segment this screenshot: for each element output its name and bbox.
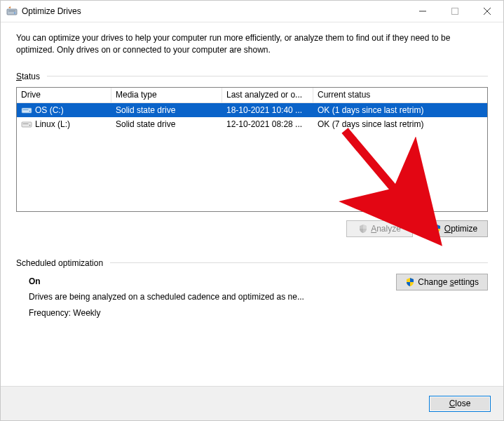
shield-icon <box>358 224 368 234</box>
column-header-last[interactable]: Last analyzed or o... <box>222 88 313 103</box>
column-header-media[interactable]: Media type <box>111 88 222 103</box>
list-header[interactable]: Drive Media type Last analyzed or o... C… <box>17 88 487 103</box>
column-header-status[interactable]: Current status <box>313 88 487 103</box>
current-status: OK (1 days since last retrim) <box>313 104 487 116</box>
svg-point-9 <box>29 124 31 126</box>
last-analyzed: 18-10-2021 10:40 ... <box>222 104 313 116</box>
close-button[interactable]: Close <box>429 396 491 412</box>
scheduled-section-label: Scheduled optimization <box>16 258 488 268</box>
optimize-drives-window: Optimize Drives You can optimize your dr… <box>0 0 504 421</box>
svg-rect-1 <box>8 11 15 11</box>
change-settings-button[interactable]: Change settings <box>396 274 488 290</box>
svg-rect-3 <box>452 8 458 15</box>
svg-rect-5 <box>23 109 29 110</box>
svg-rect-4 <box>22 108 32 113</box>
svg-rect-8 <box>23 123 29 124</box>
drives-list[interactable]: Drive Media type Last analyzed or o... C… <box>16 87 488 212</box>
close-window-button[interactable] <box>471 1 503 22</box>
media-type: Solid state drive <box>111 118 222 131</box>
analyze-button: Analyze <box>346 220 413 237</box>
shield-icon <box>432 224 442 234</box>
schedule-info: On Drives are being analyzed on a schedu… <box>16 274 396 321</box>
bottom-bar: Close <box>1 386 503 420</box>
schedule-status: On <box>29 274 396 290</box>
action-buttons: Analyze Optimize <box>16 220 488 237</box>
last-analyzed: 12-10-2021 08:28 ... <box>222 118 313 131</box>
minimize-button[interactable] <box>407 1 439 22</box>
schedule-frequency: Frequency: Weekly <box>29 305 396 321</box>
svg-point-2 <box>14 13 15 14</box>
table-row[interactable]: Linux (L:) Solid state drive 12-10-2021 … <box>17 117 487 131</box>
description-text: You can optimize your drives to help you… <box>16 32 488 56</box>
svg-point-6 <box>29 110 31 112</box>
drive-icon <box>21 106 32 114</box>
maximize-button[interactable] <box>439 1 471 22</box>
schedule-description: Drives are being analyzed on a scheduled… <box>29 289 396 305</box>
drive-name: OS (C:) <box>35 105 64 115</box>
shield-icon <box>405 277 415 287</box>
svg-rect-0 <box>7 9 17 15</box>
svg-rect-7 <box>22 122 32 127</box>
table-row[interactable]: OS (C:) Solid state drive 18-10-2021 10:… <box>17 103 487 117</box>
drive-name: Linux (L:) <box>35 119 70 129</box>
current-status: OK (7 days since last retrim) <box>313 118 487 131</box>
app-icon <box>6 6 18 17</box>
titlebar: Optimize Drives <box>1 1 503 22</box>
column-header-drive[interactable]: Drive <box>17 88 111 103</box>
window-title: Optimize Drives <box>22 6 81 16</box>
status-section-label: Status <box>16 72 488 81</box>
optimize-button[interactable]: Optimize <box>421 220 488 237</box>
media-type: Solid state drive <box>111 104 222 116</box>
drive-icon <box>21 120 32 128</box>
